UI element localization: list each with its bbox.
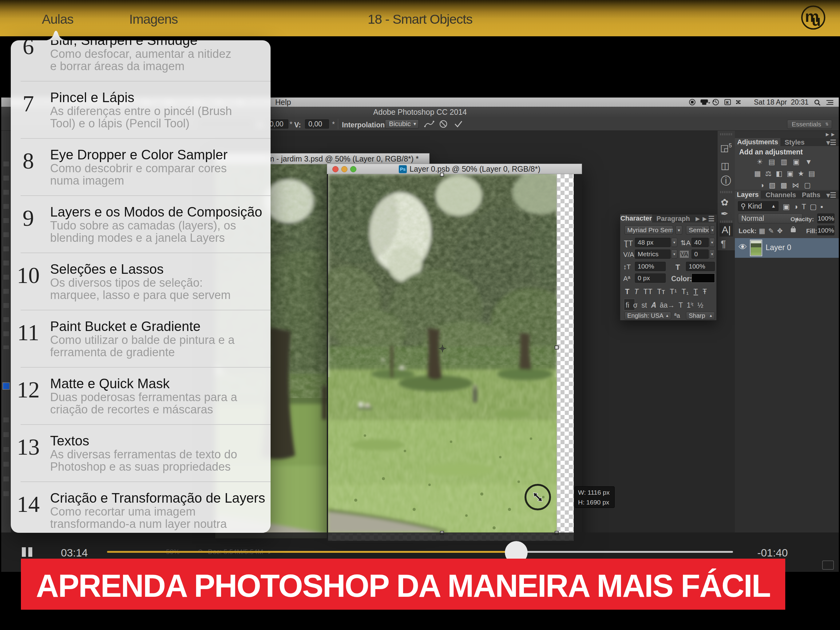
- svg-text:u: u: [812, 13, 821, 29]
- svg-text:⌘: ⌘: [726, 101, 729, 104]
